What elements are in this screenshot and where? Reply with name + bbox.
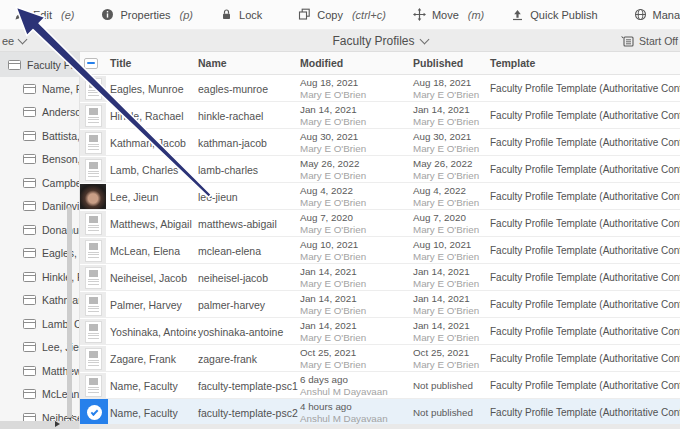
table-bottom-scroll[interactable]: [80, 424, 680, 429]
table-row[interactable]: Eagles, Munroe eagles-munroe Aug 18, 202…: [80, 75, 680, 102]
table-row[interactable]: Name, Faculty faculty-template-psc1 6 da…: [80, 372, 680, 399]
info-icon: [101, 8, 114, 21]
move-button[interactable]: Move(m): [413, 8, 484, 21]
cell-title: Name, Faculty: [108, 407, 196, 419]
select-all-checkbox[interactable]: [84, 58, 98, 69]
sidebar-scrollbar[interactable]: [67, 207, 72, 418]
cell-title: McLean, Elena: [108, 245, 196, 257]
page-title-dropdown[interactable]: Faculty Profiles: [80, 30, 680, 52]
cell-name: lamb-charles: [196, 164, 298, 176]
table-row[interactable]: Lee, Jieun lee-jieun Aug 4, 2022Mary E O…: [80, 183, 680, 210]
caret-up-icon: [69, 60, 75, 65]
selected-check-icon[interactable]: [80, 399, 108, 426]
tree-item[interactable]: Campbell, Ja: [0, 171, 79, 195]
pencil-icon: [14, 8, 27, 21]
tree-item[interactable]: Benson, Mic: [0, 148, 79, 172]
lock-icon: [220, 8, 233, 21]
table-row[interactable]: Neiheisel, Jacob neiheisel-jacob Jan 14,…: [80, 264, 680, 291]
cell-template: Faculty Profile Template (Authoritative …: [488, 245, 680, 256]
column-header-template[interactable]: Template: [488, 57, 680, 69]
cell-title: Palmer, Harvey: [108, 299, 196, 311]
cell-name: yoshinaka-antoine: [196, 326, 298, 338]
cell-published: Aug 10, 2021Mary E O'Brien: [411, 239, 488, 263]
cell-template: Faculty Profile Template (Authoritative …: [488, 110, 680, 121]
cell-template: Faculty Profile Template (Authoritative …: [488, 326, 680, 337]
table-row[interactable]: Lamb, Charles lamb-charles May 26, 2022M…: [80, 156, 680, 183]
cell-modified: Aug 10, 2021Mary E O'Brien: [298, 239, 411, 263]
lock-button[interactable]: Lock: [220, 8, 271, 21]
page-icon: [23, 131, 36, 141]
caret-right-icon: [55, 421, 60, 427]
action-toolbar: Edit(e) Properties(p) Lock Copy(ctrl+c) …: [0, 0, 680, 30]
page-icon: [23, 295, 36, 305]
page-thumbnail: [80, 76, 106, 101]
cell-modified: Oct 25, 2021Mary E O'Brien: [298, 347, 411, 371]
manage-publication-icon: [634, 8, 647, 21]
table-row[interactable]: Matthews, Abigail matthews-abigail Aug 7…: [80, 210, 680, 237]
cell-name: mclean-elena: [196, 245, 298, 257]
edit-button[interactable]: Edit(e): [14, 8, 74, 21]
cell-published: May 26, 2022Mary E O'Brien: [411, 158, 488, 182]
cell-published: Aug 7, 2020Mary E O'Brien: [411, 212, 488, 236]
cell-name: faculty-template-psc2: [196, 407, 298, 419]
manage-publication-button[interactable]: Manage Publication: [634, 8, 680, 21]
manage-publication-label: Manage Publication: [653, 9, 680, 21]
table-row[interactable]: Zagare, Frank zagare-frank Oct 25, 2021M…: [80, 345, 680, 372]
quick-publish-button[interactable]: Quick Publish: [511, 8, 606, 21]
column-header-title[interactable]: Title: [108, 57, 196, 69]
cell-modified: Jan 14, 2021Mary E O'Brien: [298, 104, 411, 128]
copy-button[interactable]: Copy(ctrl+c): [298, 8, 386, 21]
page-icon: [23, 342, 36, 352]
page-icon: [23, 201, 36, 211]
page-thumbnail: [80, 265, 106, 290]
page-icon: [23, 225, 36, 235]
cell-title: Lamb, Charles: [108, 164, 196, 176]
table-row[interactable]: Palmer, Harvey palmer-harvey Jan 14, 202…: [80, 291, 680, 318]
column-header-name[interactable]: Name: [196, 57, 298, 69]
column-header-modified[interactable]: Modified: [298, 57, 411, 69]
table-row[interactable]: Yoshinaka, Antoine yoshinaka-antoine Jan…: [80, 318, 680, 345]
table-row[interactable]: Hinkle, Rachael hinkle-rachael Jan 14, 2…: [80, 102, 680, 129]
properties-button[interactable]: Properties(p): [101, 8, 193, 21]
cell-template: Faculty Profile Template (Authoritative …: [488, 137, 680, 148]
page-icon: [8, 60, 21, 70]
start-off-button[interactable]: Start Off: [620, 30, 678, 52]
cell-title: Name, Faculty: [108, 380, 196, 392]
table-row-selected[interactable]: Name, Faculty faculty-template-psc2 4 ho…: [80, 399, 680, 426]
cell-name: zagare-frank: [196, 353, 298, 365]
content-tree-toggle[interactable]: ee: [2, 30, 26, 52]
lock-label: Lock: [239, 9, 262, 21]
properties-label: Properties: [120, 9, 170, 21]
page-icon: [23, 84, 36, 94]
indeterminate-dash-icon: [87, 62, 95, 65]
tree-item[interactable]: Battista, Jarr: [0, 124, 79, 148]
cell-title: Matthews, Abigail: [108, 218, 196, 230]
table-row[interactable]: McLean, Elena mclean-elena Aug 10, 2021M…: [80, 237, 680, 264]
tree-item[interactable]: Anderson, C: [0, 101, 79, 125]
copy-label: Copy: [317, 9, 343, 21]
cell-template: Faculty Profile Template (Authoritative …: [488, 380, 680, 391]
page-thumbnail: [80, 211, 106, 236]
tree-root-faculty-profiles[interactable]: Faculty Profiles: [0, 52, 79, 77]
cell-modified: Jan 14, 2021Mary E O'Brien: [298, 320, 411, 344]
content-tree-panel: Faculty Profiles Name, Facul Anderson, C…: [0, 52, 80, 429]
tree-item[interactable]: Name, Facul: [0, 77, 79, 101]
page-icon: [23, 178, 36, 188]
table-row[interactable]: Kathman, Jacob kathman-jacob Aug 30, 202…: [80, 129, 680, 156]
move-label: Move: [432, 9, 459, 21]
cell-modified: Aug 30, 2021Mary E O'Brien: [298, 131, 411, 155]
cell-template: Faculty Profile Template (Authoritative …: [488, 299, 680, 310]
cell-published: Not published: [411, 407, 488, 419]
sidebar-bottom-scroll[interactable]: [0, 421, 80, 429]
column-header-published[interactable]: Published: [411, 57, 488, 69]
page-thumbnail-photo: [80, 184, 106, 209]
page-thumbnail: [80, 238, 106, 263]
cell-name: kathman-jacob: [196, 137, 298, 149]
cell-modified: 4 hours agoAnshul M Dayavaan: [298, 401, 411, 425]
cell-published: Not published: [411, 380, 488, 392]
cell-template: Faculty Profile Template (Authoritative …: [488, 353, 680, 364]
cell-template: Faculty Profile Template (Authoritative …: [488, 218, 680, 229]
page-icon: [23, 366, 36, 376]
page-list: Title Name Modified Published Template E…: [80, 52, 680, 429]
cell-name: matthews-abigail: [196, 218, 298, 230]
